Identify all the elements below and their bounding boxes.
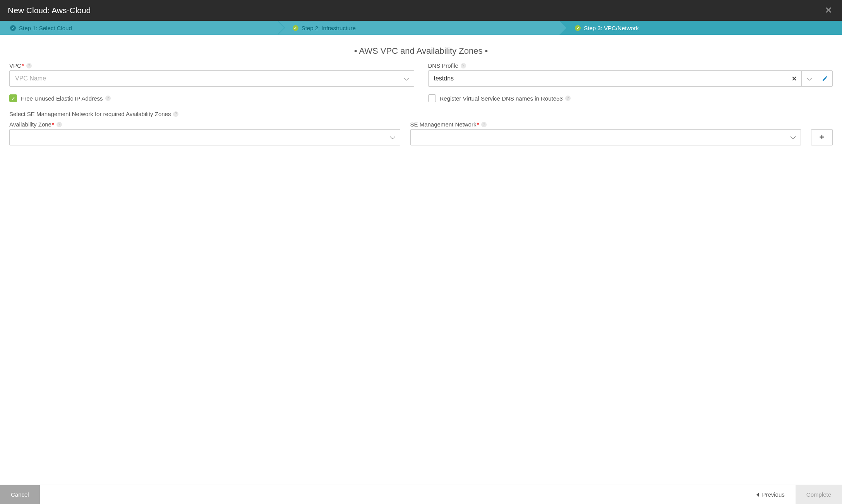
help-icon[interactable]: ? (105, 96, 111, 101)
vpc-label-row: VPC * ? (9, 62, 414, 69)
route53-group: Register Virtual Service DNS names in Ro… (428, 89, 833, 108)
dns-field-group: DNS Profile ? testdns ✕ (428, 62, 833, 87)
pencil-icon (822, 75, 828, 82)
title-bar: New Cloud: Aws-Cloud ✕ (0, 0, 842, 21)
section-title: • AWS VPC and Availability Zones • (9, 42, 833, 62)
check-icon: ✓ (575, 25, 581, 31)
footer-spacer (40, 485, 746, 504)
step-vpc-network[interactable]: ✓ Step 3: VPC/Network (559, 21, 842, 35)
complete-label: Complete (806, 491, 831, 498)
edit-dns-button[interactable] (817, 71, 832, 86)
check-icon: ✓ (293, 25, 298, 31)
complete-button[interactable]: Complete (796, 485, 842, 504)
help-icon[interactable]: ? (57, 122, 62, 127)
route53-checkbox[interactable] (428, 94, 436, 102)
row-vpc-dns: VPC * ? VPC Name DNS Profile ? testdns ✕ (9, 62, 833, 87)
help-icon[interactable]: ? (461, 63, 466, 68)
step-select-cloud[interactable]: ✓ Step 1: Select Cloud (0, 21, 277, 35)
add-az-button[interactable]: + (811, 129, 833, 145)
modal-title: New Cloud: Aws-Cloud (8, 6, 91, 15)
dns-label: DNS Profile (428, 62, 458, 69)
vpc-placeholder: VPC Name (15, 75, 46, 82)
chevron-down-icon (806, 75, 812, 80)
previous-label: Previous (762, 491, 784, 498)
required-indicator: * (22, 62, 24, 69)
help-icon[interactable]: ? (481, 122, 487, 127)
new-cloud-modal: New Cloud: Aws-Cloud ✕ ✓ Step 1: Select … (0, 0, 842, 504)
chevron-down-icon (389, 134, 395, 139)
dns-select[interactable]: testdns ✕ (428, 70, 833, 87)
help-icon[interactable]: ? (565, 96, 571, 101)
free-eip-group: ✓ Free Unused Elastic IP Address ? (9, 89, 414, 108)
form-content: • AWS VPC and Availability Zones • VPC *… (0, 35, 842, 485)
row-az: Availability Zone * ? SE Management Netw… (9, 121, 833, 145)
close-icon[interactable]: ✕ (823, 5, 834, 15)
step-infrastructure[interactable]: ✓ Step 2: Infrastructure (277, 21, 560, 35)
se-subhead-label: Select SE Management Network for require… (9, 111, 171, 117)
check-icon: ✓ (10, 25, 16, 31)
vpc-field-group: VPC * ? VPC Name (9, 62, 414, 87)
az-field-group: Availability Zone * ? (9, 121, 400, 145)
help-icon[interactable]: ? (26, 63, 32, 68)
chevron-down-icon (791, 134, 796, 139)
free-eip-checkbox[interactable]: ✓ (9, 94, 17, 102)
dns-value: testdns (434, 75, 787, 82)
required-indicator: * (477, 121, 479, 128)
row-checkboxes: ✓ Free Unused Elastic IP Address ? Regis… (9, 89, 833, 108)
step-label: Step 3: VPC/Network (584, 25, 639, 31)
free-eip-row: ✓ Free Unused Elastic IP Address ? (9, 94, 414, 102)
cancel-button[interactable]: Cancel (0, 485, 40, 504)
cancel-label: Cancel (11, 491, 29, 498)
modal-footer: Cancel Previous Complete (0, 485, 842, 504)
step-bar: ✓ Step 1: Select Cloud ✓ Step 2: Infrast… (0, 21, 842, 35)
help-icon[interactable]: ? (173, 111, 178, 117)
route53-label: Register Virtual Service DNS names in Ro… (440, 95, 563, 102)
dns-dropdown-button[interactable] (801, 71, 817, 86)
step-label: Step 2: Infrastructure (302, 25, 356, 31)
az-label-row: Availability Zone * ? (9, 121, 400, 128)
vpc-label: VPC (9, 62, 21, 69)
clear-icon[interactable]: ✕ (787, 75, 801, 82)
chevron-down-icon (403, 75, 409, 80)
az-label: Availability Zone (9, 121, 51, 128)
free-eip-label: Free Unused Elastic IP Address (21, 95, 103, 102)
step-label: Step 1: Select Cloud (19, 25, 72, 31)
previous-button[interactable]: Previous (746, 485, 795, 504)
route53-row: Register Virtual Service DNS names in Ro… (428, 94, 833, 102)
se-net-select[interactable] (410, 129, 801, 145)
vpc-select[interactable]: VPC Name (9, 70, 414, 87)
se-net-label: SE Management Network (410, 121, 477, 128)
plus-icon: + (820, 132, 825, 142)
dns-label-row: DNS Profile ? (428, 62, 833, 69)
se-net-label-row: SE Management Network * ? (410, 121, 801, 128)
se-net-field-group: SE Management Network * ? (410, 121, 801, 145)
triangle-left-icon (756, 493, 759, 497)
az-select[interactable] (9, 129, 400, 145)
required-indicator: * (52, 121, 54, 128)
se-network-heading: Select SE Management Network for require… (9, 111, 833, 117)
